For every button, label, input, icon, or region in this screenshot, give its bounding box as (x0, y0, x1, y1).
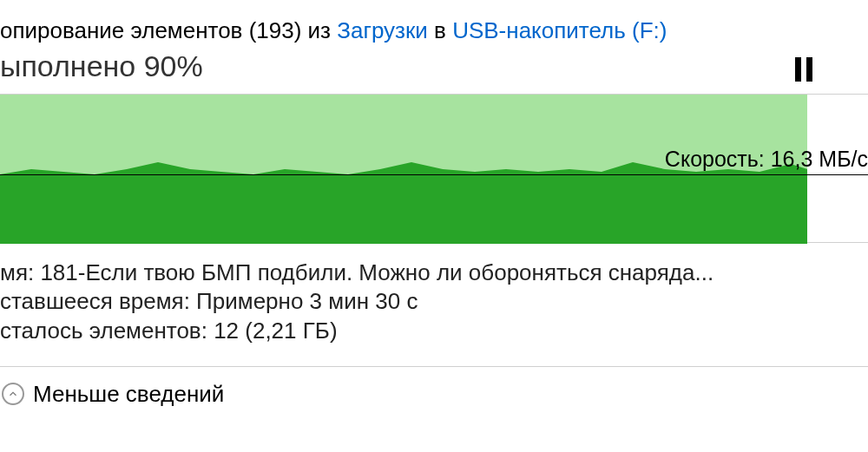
name-label: мя: (0, 259, 40, 285)
time-remaining-value: Примерно 3 мин 30 с (196, 288, 418, 314)
fewer-details-toggle[interactable]: Меньше сведений (0, 367, 868, 408)
operation-description: опирование элементов (193) из Загрузки в… (0, 0, 868, 48)
destination-folder-link[interactable]: USB-накопитель (F:) (452, 17, 667, 43)
source-folder-link[interactable]: Загрузки (337, 17, 428, 43)
operation-prefix: опирование элементов (193) из (0, 17, 337, 43)
speed-label: Скорость: 16,3 МБ/с (658, 147, 868, 172)
fewer-details-label: Меньше сведений (33, 381, 224, 408)
current-file-name: 181-Если твою БМП подбили. Можно ли обор… (40, 259, 713, 285)
transfer-details: мя: 181-Если твою БМП подбили. Можно ли … (0, 243, 868, 345)
pause-button[interactable] (795, 57, 812, 82)
operation-mid: в (428, 17, 452, 43)
time-remaining-label: ставшееся время: (0, 288, 196, 314)
current-speed-line (0, 174, 868, 175)
items-remaining-label: сталось элементов: (0, 318, 214, 344)
items-remaining-value: 12 (2,21 ГБ) (214, 318, 337, 344)
progress-percent: ыполнено 90% (0, 48, 203, 90)
chevron-up-icon (2, 383, 24, 405)
speed-chart: Скорость: 16,3 МБ/с (0, 94, 868, 243)
